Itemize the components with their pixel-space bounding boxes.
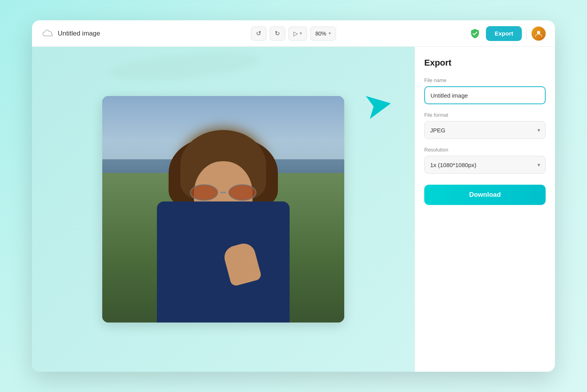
header-divider [527,28,527,39]
file-format-select-wrapper: JPEG PNG SVG PDF WebP ▾ [424,121,546,139]
panel-title: Export [424,58,546,68]
zoom-button[interactable]: 80% ▾ [310,27,336,41]
file-name-input[interactable] [424,86,546,104]
avatar-initial [532,27,546,41]
person-figure [102,130,344,323]
right-lens [228,184,256,201]
download-button[interactable]: Download [424,185,546,205]
avatar[interactable] [532,27,546,41]
canvas-inner [48,62,399,356]
file-format-label: File format [424,112,546,118]
file-name-label: File name [424,77,546,83]
photo-background [102,96,344,323]
cloud-icon [41,27,54,40]
svg-point-0 [537,31,540,34]
resolution-label: Resolution [424,147,546,153]
export-panel: Export File name File format JPEG PNG SV… [414,47,555,372]
sunglasses [190,184,256,201]
app-window: Untitled image ↺ ↻ ▷ ▾ 80% ▾ [32,20,555,372]
file-format-select[interactable]: JPEG PNG SVG PDF WebP [424,121,546,139]
undo-button[interactable]: ↺ [251,27,267,41]
header-center: ↺ ↻ ▷ ▾ 80% ▾ [251,27,336,41]
file-format-group: File format JPEG PNG SVG PDF WebP ▾ [424,112,546,139]
resolution-group: Resolution 1x (1080*1080px) 2x (2160*216… [424,147,546,174]
canvas-area [32,47,414,372]
main-content: Export File name File format JPEG PNG SV… [32,47,555,372]
zoom-chevron-icon: ▾ [329,31,331,36]
export-button[interactable]: Export [486,26,522,41]
header: Untitled image ↺ ↻ ▷ ▾ 80% ▾ [32,20,555,47]
person-jacket [157,201,290,323]
resolution-select[interactable]: 1x (1080*1080px) 2x (2160*2160px) 0.5x (… [424,156,546,174]
left-lens [190,184,218,201]
file-name-group: File name [424,77,546,104]
play-icon: ▷ [294,30,298,37]
doc-title: Untitled image [58,30,100,37]
resolution-select-wrapper: 1x (1080*1080px) 2x (2160*2160px) 0.5x (… [424,156,546,174]
redo-button[interactable]: ↻ [270,27,285,41]
play-chevron: ▾ [300,31,302,36]
shield-icon [469,27,481,40]
arrow-shape [366,92,393,119]
glasses-bridge [221,192,226,193]
play-button[interactable]: ▷ ▾ [288,27,307,41]
image-frame [102,96,344,323]
header-right: Export [469,26,546,41]
